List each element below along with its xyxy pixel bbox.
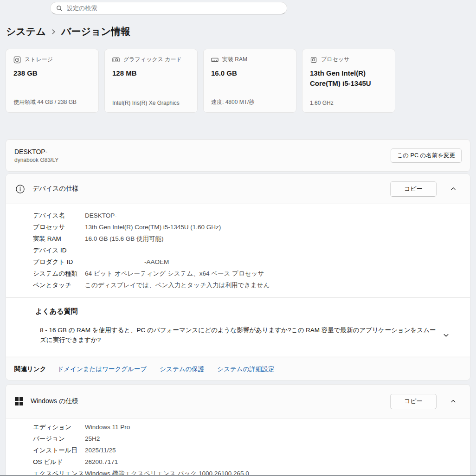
device-specs-content: デバイス名 DESKTOP- プロセッサ 13th Gen Intel(R) C… <box>6 204 470 297</box>
search-input[interactable] <box>67 5 281 12</box>
card-value: 238 GB <box>13 68 91 78</box>
related-links-label: 関連リンク <box>14 365 46 373</box>
spec-row-system-type: システムの種類 64 ビット オペレーティング システム、x64 ベース プロセ… <box>33 268 470 279</box>
card-label: グラフィックス カード <box>123 56 182 64</box>
windows-specs-header[interactable]: Windows の仕様 コピー <box>6 385 470 418</box>
breadcrumb-system[interactable]: システム <box>6 25 46 38</box>
search-icon <box>56 5 63 12</box>
spec-row-processor: プロセッサ 13th Gen Intel(R) Core(TM) i5-1345… <box>33 221 470 233</box>
page-title: バージョン情報 <box>61 25 130 38</box>
card-value: 16.0 GB <box>211 68 289 78</box>
ram-icon <box>211 56 219 64</box>
spec-row-pen-touch: ペンとタッチ このディスプレイでは、ペン入力とタッチ入力は利用できません <box>33 279 470 291</box>
link-advanced-system-settings[interactable]: システムの詳細設定 <box>217 365 274 373</box>
device-model: dynabook G83/LY <box>14 157 58 163</box>
graphics-card-icon <box>112 56 120 64</box>
breadcrumb: システム バージョン情報 <box>6 25 130 38</box>
faq-question: 8 - 16 GB の RAM を使用すると、PC のパフォーマンスにどのような… <box>40 325 437 345</box>
spec-row-product-id: プロダクト ID -AAOEM <box>33 256 470 268</box>
windows-logo-icon <box>15 397 23 405</box>
info-icon <box>15 184 25 194</box>
card-value: 13th Gen Intel(R) Core(TM) i5-1345U <box>310 68 387 89</box>
faq-item[interactable]: 8 - 16 GB の RAM を使用すると、PC のパフォーマンスにどのような… <box>35 325 451 345</box>
card-value: 128 MB <box>112 68 190 78</box>
related-links-row: 関連リンク ドメインまたはワークグループ システムの保護 システムの詳細設定 <box>6 358 470 380</box>
spec-row-edition: エディション Windows 11 Pro <box>33 421 470 433</box>
settings-search-bar[interactable] <box>50 2 287 14</box>
card-caption: 1.60 GHz <box>310 100 387 106</box>
spec-row-os-build: OS ビルド 26200.7171 <box>33 456 470 468</box>
card-label: プロセッサ <box>321 56 349 64</box>
chevron-right-icon <box>51 29 57 35</box>
rename-pc-button[interactable]: この PC の名前を変更 <box>391 148 462 163</box>
spec-row-version: バージョン 25H2 <box>33 433 470 444</box>
processor-card: プロセッサ 13th Gen Intel(R) Core(TM) i5-1345… <box>302 49 395 113</box>
device-name-panel: DESKTOP- dynabook G83/LY この PC の名前を変更 <box>6 139 470 172</box>
spec-row-device-id: デバイス ID <box>33 244 470 256</box>
windows-specs-panel: Windows の仕様 コピー エディション Windows 11 Pro バー… <box>6 384 470 476</box>
spec-row-device-name: デバイス名 DESKTOP- <box>33 210 470 221</box>
windows-specs-content: エディション Windows 11 Pro バージョン 25H2 インストール日… <box>6 418 470 476</box>
link-system-protection[interactable]: システムの保護 <box>160 365 204 373</box>
card-label: ストレージ <box>25 56 53 64</box>
graphics-card: グラフィックス カード 128 MB Intel(R) Iris(R) Xe G… <box>104 49 198 113</box>
link-domain-or-workgroup[interactable]: ドメインまたはワークグループ <box>57 365 147 373</box>
card-caption: 速度: 4800 MT/秒 <box>211 98 289 106</box>
card-caption: Intel(R) Iris(R) Xe Graphics <box>112 100 190 106</box>
card-label: 実装 RAM <box>222 56 247 64</box>
spec-row-ram: 実装 RAM 16.0 GB (15.6 GB 使用可能) <box>33 233 470 244</box>
copy-device-specs-button[interactable]: コピー <box>390 181 437 197</box>
chevron-down-icon[interactable] <box>440 329 451 341</box>
storage-icon <box>13 56 21 64</box>
device-specs-title: デバイスの仕様 <box>32 185 79 193</box>
card-caption: 使用領域 44 GB / 238 GB <box>13 98 91 106</box>
copy-windows-specs-button[interactable]: コピー <box>390 394 437 409</box>
summary-cards: ストレージ 238 GB 使用領域 44 GB / 238 GB グラフィックス… <box>6 49 395 113</box>
processor-icon <box>310 56 317 64</box>
spec-row-install-date: インストール日 2025/11/25 <box>33 444 470 456</box>
windows-specs-title: Windows の仕様 <box>31 397 78 405</box>
storage-card: ストレージ 238 GB 使用領域 44 GB / 238 GB <box>6 49 99 113</box>
chevron-up-icon[interactable] <box>448 183 459 194</box>
faq-title: よくある質問 <box>35 307 451 316</box>
device-specs-panel: デバイスの仕様 コピー デバイス名 DESKTOP- プロセッサ 13th Ge… <box>6 174 470 380</box>
faq-section: よくある質問 8 - 16 GB の RAM を使用すると、PC のパフォーマン… <box>6 297 470 356</box>
chevron-up-icon[interactable] <box>448 396 459 407</box>
ram-card: 実装 RAM 16.0 GB 速度: 4800 MT/秒 <box>203 49 296 113</box>
device-specs-header[interactable]: デバイスの仕様 コピー <box>6 174 470 204</box>
device-name: DESKTOP- <box>14 148 58 155</box>
